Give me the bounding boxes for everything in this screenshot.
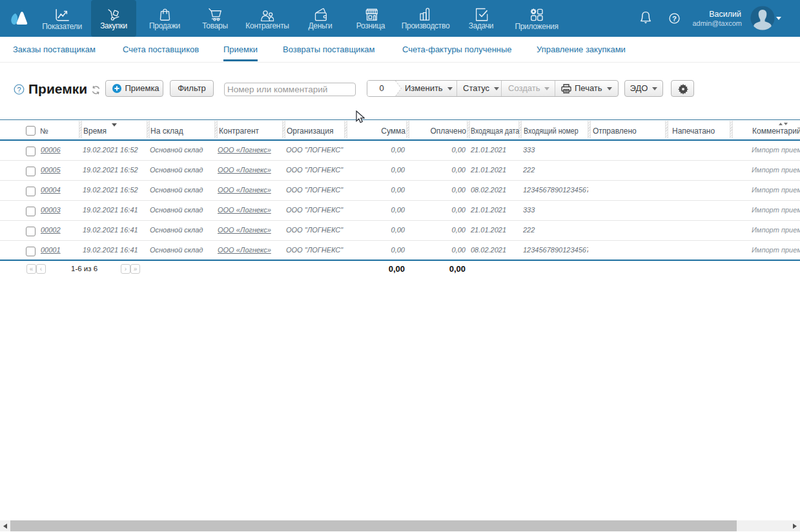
svg-text:?: ? <box>17 86 21 94</box>
svg-text:?: ? <box>672 15 677 23</box>
